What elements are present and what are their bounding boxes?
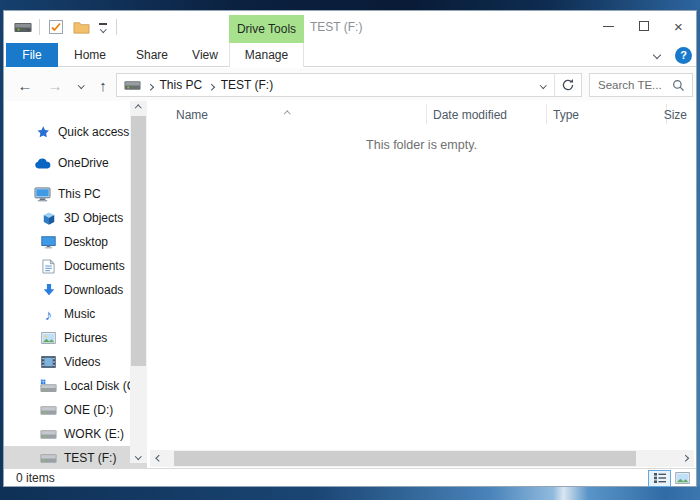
scroll-left-button[interactable] [150,450,168,467]
system-drive-icon [39,379,58,393]
drive-tools-contextual-tab[interactable]: Drive Tools [229,15,304,43]
sidebar-scrollbar-thumb[interactable] [131,116,146,366]
sidebar-item-label: OneDrive [58,156,109,170]
empty-folder-message: This folder is empty. [366,138,477,152]
sidebar-item-desktop[interactable]: Desktop [4,230,147,254]
ribbon-tabs-row: File Home Share View Manage ? [4,43,696,67]
close-button[interactable]: × [661,11,696,41]
sidebar-item-label: 3D Objects [64,211,123,225]
chevron-down-icon [653,51,661,59]
refresh-icon [561,78,575,92]
sidebar-item-pictures[interactable]: Pictures [4,326,147,350]
column-header-type[interactable]: Type [553,108,579,122]
chevron-right-icon [148,78,153,92]
search-placeholder: Search TE... [598,79,672,91]
drive-icon [39,453,58,464]
column-divider[interactable] [426,104,427,124]
column-header-name[interactable]: Name [176,108,208,122]
computer-icon [33,187,52,202]
close-icon: × [674,19,683,34]
sidebar-item-work-e[interactable]: WORK (E:) [4,422,147,446]
sidebar-item-label: Videos [64,355,100,369]
scroll-right-button[interactable] [676,450,694,467]
sidebar-item-one-d[interactable]: ONE (D:) [4,398,147,422]
breadcrumb-test-drive[interactable]: TEST (F:) [221,78,273,92]
tab-manage[interactable]: Manage [229,43,304,67]
sidebar-item-quick-access[interactable]: Quick access [4,120,147,144]
recent-locations-button[interactable] [70,73,92,97]
address-dropdown-button[interactable] [532,74,554,96]
sidebar-item-label: TEST (F:) [64,451,116,465]
sidebar-item-label: Desktop [64,235,108,249]
drive-icon[interactable] [14,17,32,37]
sidebar-item-label: Documents [64,259,125,273]
minimize-icon [603,26,614,27]
chevron-right-icon [209,78,214,92]
sidebar-item-label: Quick access [58,125,129,139]
address-bar[interactable]: This PC TEST (F:) [116,73,582,97]
search-box[interactable]: Search TE... [589,73,693,97]
toolbar-separator [39,19,40,35]
sidebar-item-label: WORK (E:) [64,427,124,441]
maximize-icon [639,21,649,31]
sidebar-scrollbar[interactable] [130,101,147,463]
title-bar[interactable]: Drive Tools TEST (F:) × [4,11,696,43]
new-folder-icon[interactable] [72,17,90,37]
thumbnail-view-button[interactable] [671,470,694,487]
navigation-pane: Quick access OneDrive This PC 3D Objects… [4,101,147,468]
refresh-button[interactable] [555,74,581,96]
expand-ribbon-button[interactable] [647,45,667,65]
column-header-date-modified[interactable]: Date modified [433,108,507,122]
thumbnail-view-icon [675,472,690,484]
back-button[interactable]: ← [14,73,36,97]
sidebar-item-label: Music [64,307,95,321]
chevron-right-icon [682,455,688,461]
sidebar-item-local-disk-c[interactable]: Local Disk (C:) [4,374,147,398]
tab-file[interactable]: File [6,43,58,67]
scroll-down-button[interactable] [130,449,147,463]
minimize-button[interactable] [591,11,626,41]
breadcrumb-this-pc[interactable]: This PC [160,78,203,92]
desktop-wallpaper: Drive Tools TEST (F:) × File Home Share … [0,0,700,500]
sidebar-item-label: ONE (D:) [64,403,113,417]
music-note-icon: ♪ [39,307,58,322]
chevron-down-icon [78,82,84,88]
tab-share[interactable]: Share [128,43,176,67]
details-view-button[interactable] [648,470,671,487]
up-button[interactable]: ↑ [92,73,114,97]
sidebar-item-onedrive[interactable]: OneDrive [4,151,147,175]
sidebar-item-documents[interactable]: Documents [4,254,147,278]
help-button[interactable]: ? [675,47,692,64]
address-row: ← → ↑ This PC TEST (F:) Search [4,68,696,101]
forward-button[interactable]: → [44,73,66,97]
customize-quick-access-icon[interactable] [97,17,109,37]
cloud-icon [33,158,52,169]
horizontal-scrollbar-thumb[interactable] [174,451,636,466]
maximize-button[interactable] [626,11,661,41]
window-title: TEST (F:) [310,11,362,43]
sidebar-item-label: Pictures [64,331,107,345]
sidebar-item-downloads[interactable]: Downloads [4,278,147,302]
horizontal-scrollbar[interactable] [150,450,694,467]
tab-home[interactable]: Home [68,43,112,67]
scroll-up-button[interactable] [130,101,147,115]
sidebar-item-test-f[interactable]: TEST (F:) [4,446,147,468]
customize-bar [99,23,107,25]
column-divider[interactable] [546,104,547,124]
column-header-size[interactable]: Size [664,108,687,122]
sidebar-item-3d-objects[interactable]: 3D Objects [4,206,147,230]
file-list-pane: Name Date modified Type Size This folder… [147,101,696,468]
search-icon[interactable] [672,79,685,92]
sidebar-item-music[interactable]: ♪ Music [4,302,147,326]
star-icon [33,125,52,140]
sidebar-item-this-pc[interactable]: This PC [4,182,147,206]
chevron-down-icon [100,26,106,32]
sidebar-item-videos[interactable]: Videos [4,350,147,374]
quick-access-toolbar [14,11,117,43]
checklist-icon[interactable] [47,17,65,37]
window-controls: × [591,11,696,41]
drive-icon [124,80,141,91]
details-view-icon [653,472,667,484]
picture-icon [39,332,58,344]
tab-view[interactable]: View [184,43,226,67]
